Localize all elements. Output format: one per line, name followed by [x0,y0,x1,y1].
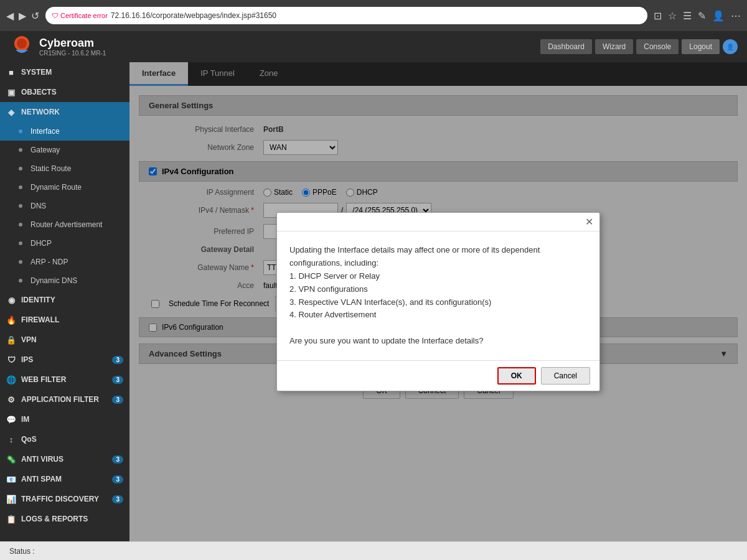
sidebar-label-im: IM [21,415,29,424]
sidebar-item-arp-ndp[interactable]: ARP - NDP [0,253,129,271]
sidebar-label-traffic-discovery: TRAFFIC DISCOVERY [21,495,99,503]
modal-header: ✕ [277,213,599,231]
logo-name: Cyberoam [39,37,106,50]
sidebar-label-antispam: ANTI SPAM [21,475,62,483]
sidebar-item-web-filter[interactable]: 🌐 WEB FILTER 3 [0,370,129,390]
edit-icon[interactable]: ✎ [698,10,706,22]
firewall-icon: 🔥 [6,315,16,325]
logo-icon [9,34,34,59]
user-icon[interactable]: 👤 [712,10,725,22]
sidebar-item-antispam[interactable]: 📧 ANTI SPAM 3 [0,469,129,489]
identity-icon: ◉ [6,295,16,305]
sidebar-label-qos: QoS [21,435,37,444]
logo-area: Cyberoam CR15ING - 10.6.2 MR-1 [9,34,106,59]
static-route-dot [19,167,22,170]
modal-message-intro: Updating the Interface details may affec… [289,244,587,270]
console-button[interactable]: Console [636,39,679,54]
sidebar: ■ SYSTEM ▣ OBJECTS ◈ NETWORK Interface G… [0,62,129,541]
traffic-icon: 📊 [6,494,16,504]
sidebar-item-static-route[interactable]: Static Route [0,159,129,178]
wizard-button[interactable]: Wizard [595,39,633,54]
user-avatar: 👤 [723,39,738,54]
logout-button[interactable]: Logout [682,39,720,54]
objects-icon: ▣ [6,87,16,97]
forward-button[interactable]: ▶ [19,10,26,22]
sidebar-item-firewall[interactable]: 🔥 FIREWALL [0,310,129,330]
sidebar-item-vpn[interactable]: 🔒 VPN [0,330,129,350]
vpn-icon: 🔒 [6,335,16,345]
browser-actions[interactable]: ⊡ ☆ ☰ ✎ 👤 ⋯ [654,10,741,22]
traffic-badge: 3 [112,495,123,503]
dynamic-route-dot [19,185,22,189]
modal-body: Updating the Interface details may affec… [277,231,599,360]
address-bar[interactable]: 🛡 Certificate error 72.16.16.16/corporat… [45,7,647,24]
sidebar-label-gateway: Gateway [31,146,60,154]
back-button[interactable]: ◀ [6,10,14,22]
modal-item-4: 4. Router Advertisement [289,309,587,322]
sidebar-item-network[interactable]: ◈ NETWORK [0,102,129,122]
sidebar-label-dynamic-route: Dynamic Route [31,183,82,192]
status-bar: Status : [0,541,747,560]
gateway-dot [19,148,22,152]
dhcp-dot [19,241,22,245]
modal-overlay: ✕ Updating the Interface details may aff… [129,62,747,541]
sidebar-item-interface[interactable]: Interface [0,122,129,141]
sidebar-item-dynamic-route[interactable]: Dynamic Route [0,178,129,197]
dashboard-button[interactable]: Dashboard [540,39,592,54]
dns-dot [19,204,22,208]
web-filter-icon: 🌐 [6,375,16,385]
reload-button[interactable]: ↺ [31,10,39,22]
app-header: Cyberoam CR15ING - 10.6.2 MR-1 Dashboard… [0,31,747,62]
tab-icon[interactable]: ⊡ [654,10,662,22]
sidebar-item-im[interactable]: 💬 IM [0,409,129,429]
more-icon[interactable]: ⋯ [731,10,741,22]
sidebar-item-antivirus[interactable]: 🦠 ANTI VIRUS 3 [0,449,129,469]
modal-ok-button[interactable]: OK [497,367,536,385]
antispam-badge: 3 [112,475,123,483]
sidebar-item-dns[interactable]: DNS [0,197,129,215]
antispam-icon: 📧 [6,474,16,484]
sidebar-item-system[interactable]: ■ SYSTEM [0,62,129,82]
sidebar-label-app-filter: APPLICATION FILTER [21,395,99,404]
sidebar-item-qos[interactable]: ↕ QoS [0,429,129,449]
sidebar-label-dns: DNS [31,202,46,210]
network-icon: ◈ [6,107,16,117]
modal-item-2: 2. VPN configurations [289,283,587,296]
sidebar-item-logs-reports[interactable]: 📋 LOGS & REPORTS [0,509,129,529]
sidebar-item-dynamic-dns[interactable]: Dynamic DNS [0,271,129,290]
svg-point-1 [17,39,27,49]
qos-icon: ↕ [6,434,16,444]
sidebar-item-gateway[interactable]: Gateway [0,141,129,159]
modal-item-1: 1. DHCP Server or Relay [289,270,587,283]
sidebar-item-ips[interactable]: 🛡 IPS 3 [0,350,129,370]
arp-dot [19,260,22,264]
browser-chrome: ◀ ▶ ↺ 🛡 Certificate error 72.16.16.16/co… [0,0,747,31]
menu-icon[interactable]: ☰ [683,10,692,22]
browser-nav[interactable]: ◀ ▶ ↺ [6,10,39,22]
sidebar-item-objects[interactable]: ▣ OBJECTS [0,82,129,102]
modal-footer: OK Cancel [277,360,599,391]
sidebar-item-app-filter[interactable]: ⚙ APPLICATION FILTER 3 [0,390,129,409]
sidebar-label-logs-reports: LOGS & REPORTS [21,515,88,523]
sidebar-item-traffic-discovery[interactable]: 📊 TRAFFIC DISCOVERY 3 [0,489,129,509]
sidebar-item-dhcp[interactable]: DHCP [0,234,129,253]
sidebar-label-ips: IPS [21,355,33,364]
sidebar-item-router-adv[interactable]: Router Advertisement [0,215,129,234]
ips-badge: 3 [112,356,123,364]
sidebar-label-system: SYSTEM [21,68,52,77]
modal-question: Are you sure you want to update the Inte… [289,335,587,348]
sidebar-label-network: NETWORK [21,108,60,116]
sidebar-label-dhcp: DHCP [31,239,52,248]
im-icon: 💬 [6,414,16,424]
status-label: Status : [9,547,35,556]
web-filter-badge: 3 [112,376,123,384]
sidebar-label-static-route: Static Route [31,164,71,173]
router-adv-dot [19,223,22,226]
logo-version: CR15ING - 10.6.2 MR-1 [39,50,106,57]
system-icon: ■ [6,67,16,77]
modal-close-button[interactable]: ✕ [585,216,593,228]
bookmark-icon[interactable]: ☆ [668,10,677,22]
antivirus-badge: 3 [112,455,123,464]
sidebar-item-identity[interactable]: ◉ IDENTITY [0,290,129,310]
modal-cancel-button[interactable]: Cancel [541,367,590,385]
